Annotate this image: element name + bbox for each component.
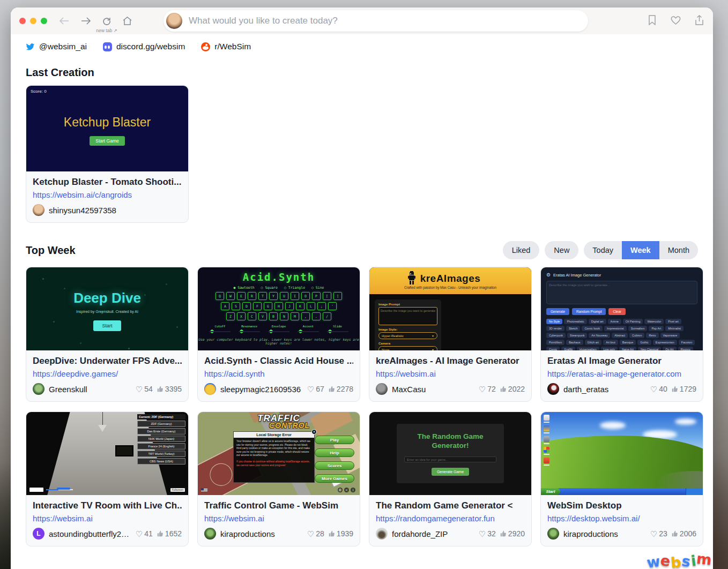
segment-today[interactable]: Today — [584, 241, 622, 259]
like-button[interactable] — [670, 15, 681, 27]
card-url-link[interactable]: https://websim.ai — [376, 369, 525, 378]
time-range-segmented-control: Today Week Month — [584, 241, 698, 259]
segment-week-active[interactable]: Week — [622, 241, 659, 259]
discord-link[interactable]: discord.gg/websim — [103, 42, 185, 51]
card-title: WebSim Desktop — [547, 500, 696, 511]
forward-button[interactable] — [80, 17, 91, 25]
new-tab-label[interactable]: new tab ↗ — [96, 28, 117, 33]
card-stats: ♡67 2278 — [307, 385, 353, 393]
author-name[interactable]: kiraproductions — [220, 529, 275, 538]
refresh-button[interactable]: new tab ↗ — [102, 16, 112, 26]
websim-desktop-thumbnail[interactable]: Start — [541, 412, 703, 495]
author-avatar[interactable] — [547, 528, 559, 540]
author-avatar[interactable]: L — [33, 528, 44, 540]
synth-key: . — [312, 312, 321, 320]
card-random-game[interactable]: The Random Game Generator! Enter an idea… — [369, 411, 532, 546]
author-avatar[interactable] — [204, 383, 216, 395]
author-name[interactable]: MaxCasu — [392, 385, 426, 394]
synth-key: L — [307, 302, 315, 310]
share-icon: < — [344, 488, 349, 492]
tv-room-thumbnail[interactable]: Current: ZDF (Germany) ZDF (Germany)Das … — [26, 412, 188, 495]
segment-month[interactable]: Month — [659, 241, 698, 259]
card-author-row: shinysun42597358 — [33, 204, 182, 216]
card-url-link[interactable]: https://websim.ai — [204, 514, 353, 523]
synth-key: [ — [323, 292, 331, 300]
author-avatar[interactable] — [376, 383, 388, 395]
style-select: Hyper-Realistic▼ — [378, 332, 437, 339]
filter-new-button[interactable]: New — [545, 241, 578, 259]
filter-liked-button[interactable]: Liked — [503, 241, 540, 259]
home-button[interactable] — [122, 16, 132, 26]
author-avatar[interactable] — [33, 383, 44, 395]
cloud — [675, 418, 696, 425]
generate-game-button: Generate Game — [432, 468, 469, 476]
author-name[interactable]: fordahorde_ZIP — [392, 529, 448, 538]
kreaimages-thumbnail[interactable]: kreAImages Crafted with passion by Max C… — [369, 267, 531, 350]
minimize-window-button[interactable] — [30, 18, 36, 24]
random-game-thumbnail[interactable]: The Random Game Generator! Enter an idea… — [369, 412, 531, 495]
reddit-link[interactable]: r/WebSim — [201, 42, 251, 51]
card-traffic-control[interactable]: TRAFFIC CONTROL PlayHelpScoresMore Games… — [197, 411, 360, 546]
create-prompt-input[interactable] — [189, 16, 581, 26]
author-avatar[interactable] — [204, 528, 216, 540]
style-tag: Fauvism — [679, 340, 695, 345]
author-name[interactable]: Greenskull — [49, 385, 87, 394]
channel-list: ZDF (Germany)Das Erste (Germany)NHK Worl… — [137, 421, 185, 465]
card-url-link[interactable]: https://websim.ai/c/angroids — [33, 190, 182, 199]
card-url-link[interactable]: https://websim.ai — [33, 514, 182, 523]
card-url-link[interactable]: https://randomgamegenerator.fun — [376, 514, 525, 523]
keyboard-row-3: ZXCVBNM,./ — [198, 312, 360, 320]
close-window-button[interactable] — [19, 18, 26, 24]
card-acid-synth[interactable]: Acid.Synth ● Sawtooth○ Square○ Triangle○… — [197, 267, 360, 402]
author-avatar[interactable] — [547, 383, 559, 395]
card-tv-room[interactable]: Current: ZDF (Germany) ZDF (Germany)Das … — [26, 411, 189, 546]
likes-heart-icon: ♡ — [136, 530, 143, 538]
chevron-down-icon: ▼ — [432, 334, 434, 338]
author-name[interactable]: shinysun42597358 — [49, 206, 116, 215]
create-prompt-bar[interactable] — [164, 10, 588, 32]
views-thumb-icon — [500, 386, 507, 392]
twitter-handle: @websim_ai — [39, 42, 87, 51]
deepdive-thumbnail[interactable]: Deep Dive Inspired by Greenskull. Create… — [26, 267, 188, 350]
card-url-link[interactable]: https://acid.synth — [204, 369, 353, 378]
card-title: Traffic Control Game - WebSim — [204, 500, 353, 511]
bookmark-button[interactable] — [647, 14, 657, 28]
synth-knobs: CutoffResonanceEnvelopeAccentSlide — [205, 325, 352, 334]
channel-button: France 24 (English) — [137, 443, 185, 450]
style-tag: Watercolor — [644, 319, 664, 324]
synth-key: I — [291, 292, 299, 300]
user-avatar[interactable] — [166, 13, 182, 29]
style-tag: Expressionism — [653, 340, 677, 345]
author-name[interactable]: darth_eratas — [563, 385, 608, 394]
author-name[interactable]: sleepymagic21609536 — [220, 385, 301, 394]
twitter-link[interactable]: @websim_ai — [26, 42, 87, 51]
acid-synth-thumbnail[interactable]: Acid.Synth ● Sawtooth○ Square○ Triangle○… — [198, 267, 360, 350]
eratas-thumbnail[interactable]: ⚙ Eratas AI Image Generator Describe the… — [541, 267, 703, 350]
card-deepdive[interactable]: Deep Dive Inspired by Greenskull. Create… — [26, 267, 189, 402]
card-url-link[interactable]: https://deepdive.games/ — [33, 369, 182, 378]
author-avatar[interactable] — [33, 204, 44, 216]
author-name[interactable]: astoundingbutterfly24227262 — [49, 529, 131, 538]
maximize-window-button[interactable] — [41, 18, 47, 24]
waveform-option: ○ Triangle — [284, 286, 305, 290]
feed-filters: Liked New Today Week Month — [503, 241, 698, 259]
synth-key: E — [237, 292, 246, 300]
card-url-link[interactable]: https://eratas-ai-image-generator.com — [547, 369, 696, 378]
card-url-link[interactable]: https://desktop.websim.ai/ — [547, 514, 696, 523]
modal-title: Local Storage Error — [234, 432, 314, 438]
card-websim-desktop[interactable]: Start WebSim Desktop https://desktop.web… — [540, 411, 703, 546]
back-button[interactable] — [59, 17, 70, 25]
author-avatar[interactable] — [376, 528, 388, 540]
synth-key: P — [312, 292, 321, 300]
menu-button: More Games — [315, 474, 354, 483]
share-button[interactable] — [694, 14, 704, 28]
last-creation-thumbnail[interactable]: Score: 0 Ketchup Blaster Start Game — [26, 86, 188, 171]
author-name[interactable]: kiraproductions — [563, 529, 618, 538]
card-kreaimages[interactable]: kreAImages Crafted with passion by Max C… — [369, 267, 532, 402]
synth-key: / — [323, 312, 331, 320]
views-thumb-icon — [329, 386, 335, 392]
traffic-control-thumbnail[interactable]: TRAFFIC CONTROL PlayHelpScoresMore Games… — [198, 412, 360, 495]
keyboard-row-2: ASDFGHJKL;' — [198, 302, 360, 310]
card-eratas[interactable]: ⚙ Eratas AI Image Generator Describe the… — [540, 267, 703, 402]
last-creation-card[interactable]: Score: 0 Ketchup Blaster Start Game Ketc… — [26, 85, 189, 223]
